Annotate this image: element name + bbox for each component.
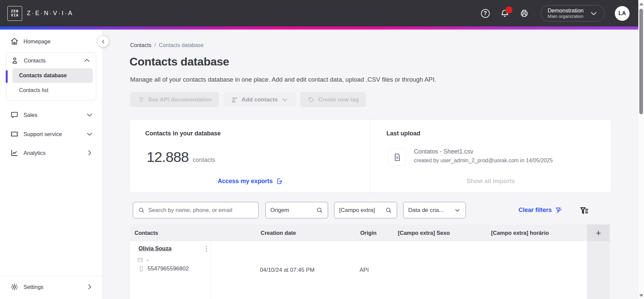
organization-subtitle: Main organization	[548, 14, 584, 19]
sidebar-item-support-service[interactable]: Support service	[0, 127, 103, 141]
button-label: Create new tag	[318, 96, 359, 103]
table-body: Olivia Souza ⋮ - 5547965596802 04/10/24 …	[130, 241, 587, 299]
button-label: See API documentation	[148, 96, 212, 103]
row-menu-button[interactable]: ⋮	[202, 244, 211, 253]
help-icon: ?	[481, 9, 490, 18]
funnel-lines-icon	[580, 206, 589, 215]
upload-file-meta: created by user_admin_2_prod@uorak.com i…	[414, 158, 553, 164]
card-title: Contacts in your database	[145, 130, 355, 137]
last-upload-card: Last upload Contatos - Sheet1.csv create…	[370, 120, 611, 192]
contact-email-value: -	[147, 257, 149, 263]
help-button[interactable]: ?	[480, 8, 490, 18]
card-title: Last upload	[386, 130, 596, 137]
column-header-campo-horario[interactable]: [Campo extra] horário	[491, 224, 549, 241]
clear-filters-link[interactable]: Clear filters	[519, 206, 562, 214]
chevron-down-icon	[86, 111, 93, 119]
gear-icon	[10, 283, 19, 291]
chat-bubble-icon	[10, 111, 19, 119]
filter-bar: Data de cria... Clear filters	[130, 202, 605, 218]
button-label: Add contacts	[241, 96, 278, 103]
sidebar: Homepage Contacts Contacts database Cont…	[0, 30, 103, 299]
sidebar-item-contacts-list[interactable]: Contacts list	[12, 83, 93, 98]
show-all-imports-link[interactable]: Show all imports	[371, 178, 611, 185]
link-label: Access my exports	[218, 178, 273, 185]
contact-phone-value: 5547965596802	[148, 265, 189, 272]
chevron-up-icon	[83, 57, 91, 64]
sidebar-item-homepage[interactable]: Homepage	[0, 34, 103, 49]
brand-gradient-bar	[0, 27, 638, 30]
upload-file-name: Contatos - Sheet1.csv	[414, 148, 553, 155]
breadcrumb: Contacts / Contacts database	[130, 42, 204, 48]
scrollbar-thumb[interactable]	[639, 9, 643, 114]
sidebar-item-label: Settings	[23, 284, 44, 290]
export-icon	[276, 178, 283, 185]
vertical-scrollbar[interactable]	[638, 0, 644, 299]
organization-name: Demonstration	[548, 7, 584, 14]
search-field	[133, 202, 259, 218]
app: ZEN VIA Z·E·N·V·I·A ?	[0, 0, 644, 299]
scroll-down-arrow[interactable]	[639, 294, 643, 297]
contacts-count-unit: contacts	[193, 157, 215, 164]
active-indicator	[6, 70, 8, 83]
contact-name-link[interactable]: Olivia Souza	[139, 245, 171, 252]
sidebar-item-label: Sales	[23, 112, 37, 118]
see-api-documentation-button[interactable]: See API documentation	[130, 92, 219, 107]
sidebar-collapse-button[interactable]	[98, 36, 109, 47]
scroll-up-arrow[interactable]	[639, 3, 643, 5]
breadcrumb-contacts-database[interactable]: Contacts database	[159, 42, 204, 48]
zenvia-wordmark: Z·E·N·V·I·A	[27, 10, 73, 17]
contacts-count: 12.888 contacts	[147, 149, 215, 165]
breadcrumb-contacts[interactable]: Contacts	[130, 42, 151, 48]
search-input[interactable]	[148, 207, 254, 214]
column-header-contacts[interactable]: Contacts	[135, 224, 158, 241]
sidebar-item-settings[interactable]: Settings	[0, 280, 103, 294]
add-column-button[interactable]: +	[587, 224, 610, 241]
zenvia-brand[interactable]: ZEN VIA Z·E·N·V·I·A	[7, 6, 73, 21]
notifications-button[interactable]	[500, 8, 510, 18]
chevron-right-icon	[86, 283, 93, 291]
logo-mark-bottom: VIA	[11, 13, 19, 17]
dropdown-value: Data de cria...	[408, 207, 444, 214]
chevron-down-icon	[281, 96, 288, 103]
origem-input[interactable]	[270, 207, 313, 214]
advanced-filter-button[interactable]	[580, 206, 589, 215]
add-contacts-button[interactable]: Add contacts	[223, 92, 296, 107]
creation-date-filter-dropdown[interactable]: Data de cria...	[403, 202, 466, 218]
search-icon	[138, 207, 145, 214]
action-buttons: See API documentation Add contacts Creat…	[130, 92, 366, 107]
contact-email: -	[137, 257, 149, 263]
search-icon	[385, 207, 392, 214]
campo-extra-input[interactable]	[339, 207, 382, 214]
line-chart-icon	[10, 148, 19, 157]
envelope-icon	[137, 257, 144, 263]
chevron-down-icon	[454, 207, 461, 214]
sidebar-footer: Settings	[0, 276, 103, 294]
printer-button[interactable]	[519, 8, 529, 18]
plug-icon	[138, 96, 145, 103]
organization-switcher[interactable]: Demonstration Main organization	[541, 5, 605, 22]
column-header-origin[interactable]: Origin	[360, 224, 377, 241]
ticket-icon	[10, 130, 19, 138]
sidebar-item-analytics[interactable]: Analytics	[0, 145, 103, 160]
table-header: Contacts Creation date Origin [Campo ext…	[130, 224, 610, 241]
sidebar-item-contacts[interactable]: Contacts	[6, 53, 96, 68]
sidebar-item-contacts-database[interactable]: Contacts database	[12, 68, 93, 83]
printer-icon	[520, 9, 529, 18]
create-new-tag-button[interactable]: Create new tag	[300, 92, 366, 107]
last-upload-row: Contatos - Sheet1.csv created by user_ad…	[388, 148, 553, 166]
avatar[interactable]: LA	[615, 6, 630, 21]
access-my-exports-link[interactable]: Access my exports	[130, 178, 370, 185]
search-icon	[316, 207, 323, 214]
column-header-creation-date[interactable]: Creation date	[261, 224, 296, 241]
person-icon	[10, 56, 19, 65]
origem-field	[265, 202, 328, 218]
file-badge	[388, 148, 406, 166]
page-title: Contacts database	[129, 55, 229, 68]
chevron-down-icon	[86, 130, 93, 138]
add-column-track	[587, 241, 610, 299]
sidebar-item-sales[interactable]: Sales	[0, 108, 103, 122]
sidebar-item-label: Analytics	[23, 150, 46, 156]
origin-cell: API	[360, 267, 369, 273]
column-header-campo-sexo[interactable]: [Campo extra] Sexo	[398, 224, 450, 241]
page-subtitle: Manage all of your contacts database in …	[130, 76, 436, 83]
